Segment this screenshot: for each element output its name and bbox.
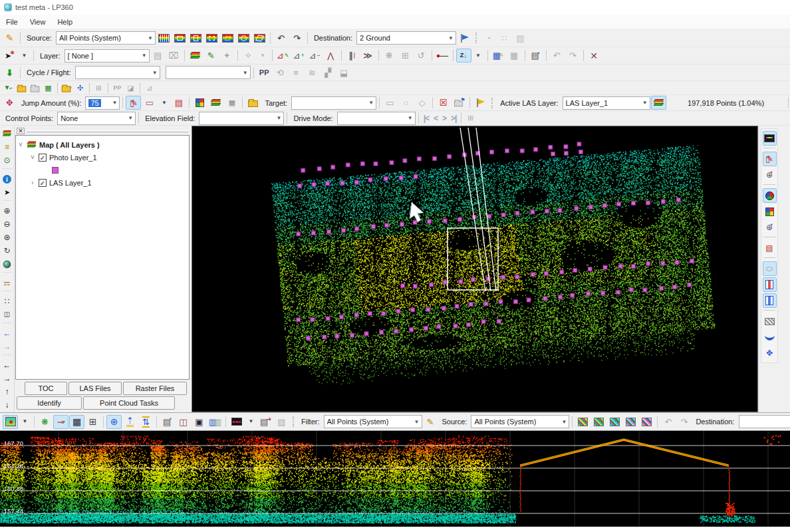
track-line-icon[interactable]: ●—: [435, 49, 450, 63]
copy-icon[interactable]: ▥▥: [207, 415, 223, 429]
colormap-dark-icon[interactable]: [229, 415, 244, 429]
tile-icon[interactable]: ▞: [321, 66, 336, 80]
destination-flag-icon[interactable]: [457, 31, 472, 45]
tree-las-layer-row[interactable]: › ✓ LAS Layer_1: [17, 176, 188, 189]
edit-features-icon[interactable]: ✎: [203, 49, 219, 63]
vertex-insert-icon[interactable]: ⊿+: [291, 49, 307, 63]
colormap-dot-icon[interactable]: [3, 415, 18, 429]
pp-button[interactable]: PP: [257, 66, 272, 80]
color-cube-icon[interactable]: [192, 96, 207, 110]
attribute-edit-icon[interactable]: ▦✎: [491, 49, 506, 63]
tab-toc[interactable]: TOC: [25, 382, 67, 395]
move-cross-icon[interactable]: ✥: [2, 96, 17, 110]
filter-export-icon[interactable]: ▼⌐: [2, 82, 15, 94]
nav-first-icon[interactable]: |<: [422, 114, 431, 123]
classify-3-icon[interactable]: [607, 415, 622, 429]
nav-next-icon[interactable]: >: [440, 114, 448, 123]
undo-icon[interactable]: ↶: [549, 49, 565, 63]
profile-destination-select[interactable]: ▼: [739, 415, 790, 428]
colormap-dark-dropdown-icon[interactable]: ▼: [245, 416, 257, 428]
lines-icon[interactable]: ≡: [289, 66, 304, 80]
chevron-expanded-icon[interactable]: ˅: [29, 154, 36, 161]
pie-icon[interactable]: ◔: [481, 31, 496, 45]
drive-mode-select[interactable]: ▼: [337, 112, 416, 125]
redo-icon[interactable]: ↷: [676, 415, 692, 429]
vertex-add-icon[interactable]: ⊿✎: [275, 49, 291, 63]
chevron-expanded-icon[interactable]: ˅: [17, 141, 24, 148]
parallel-icon[interactable]: ∥|: [344, 49, 360, 63]
rotate-icon[interactable]: ↺: [414, 49, 429, 63]
arrow-left-blue-icon[interactable]: ←: [1, 327, 13, 340]
folder-map-icon[interactable]: [15, 82, 28, 94]
globe-icon[interactable]: [1, 257, 13, 271]
download-icon[interactable]: ⬇: [2, 66, 17, 80]
red-lines-icon[interactable]: ▤: [763, 241, 777, 255]
region-icon[interactable]: ❋: [382, 49, 397, 63]
profile-pencil-icon[interactable]: ▯✎: [763, 152, 777, 166]
refresh-icon[interactable]: ↻: [1, 244, 13, 257]
window-grid-icon[interactable]: ⊞: [85, 415, 100, 429]
select-circle-rainbow-icon[interactable]: [236, 31, 251, 45]
sort-dropdown-icon[interactable]: ▼: [472, 50, 485, 62]
elevation-field-select[interactable]: ▼: [199, 112, 284, 125]
tree-root-row[interactable]: ˅ Map ( All Layers ): [17, 138, 188, 151]
jump-amount-select[interactable]: 75▼: [85, 96, 120, 110]
tab-las-files[interactable]: LAS Files: [68, 382, 122, 395]
vert-box-red-icon[interactable]: [763, 277, 777, 292]
delete-table-icon[interactable]: ☒: [436, 96, 451, 110]
chevron-collapsed-icon[interactable]: ›: [29, 179, 36, 186]
filter-select[interactable]: All Points (System)▼: [324, 415, 422, 428]
source-pencil-icon[interactable]: ✎: [423, 415, 438, 429]
split4-icon[interactable]: ∷: [1, 295, 13, 308]
select-square-rainbow-icon[interactable]: [188, 31, 203, 45]
rgb-ball-icon[interactable]: [763, 188, 777, 203]
circle-disabled-icon[interactable]: ○: [398, 96, 414, 110]
nav-last-icon[interactable]: >|: [449, 114, 458, 123]
layer-select[interactable]: [ None ]▼: [65, 49, 150, 63]
map-viewport[interactable]: [192, 126, 758, 412]
properties-icon[interactable]: ▤▪: [160, 415, 175, 429]
tree-photo-layer-row[interactable]: ˅ ✓ Photo Layer_1: [17, 151, 188, 164]
target-folder-icon[interactable]: [245, 96, 261, 110]
layers-icon[interactable]: [208, 96, 223, 110]
pointer-icon[interactable]: ➤: [1, 186, 13, 199]
snap-dropdown-icon[interactable]: ▼: [257, 50, 269, 62]
active-layers-icon[interactable]: [651, 96, 666, 110]
tab-raster-files[interactable]: Raster Files: [123, 382, 187, 395]
classify-1-icon[interactable]: [575, 415, 591, 429]
classify-2-icon[interactable]: [591, 415, 606, 429]
chevrons-icon[interactable]: ≫: [360, 49, 376, 63]
scatter-icon[interactable]: ∷: [497, 31, 512, 45]
arrow-right-gray-icon[interactable]: →: [1, 340, 13, 353]
select-window-rainbow-icon[interactable]: [172, 31, 188, 45]
select-polygon-rainbow-icon[interactable]: [252, 31, 267, 45]
map-point-cloud-canvas[interactable]: [192, 126, 757, 412]
target-select[interactable]: ▼: [291, 96, 376, 110]
nav-prev-icon[interactable]: <: [432, 114, 440, 123]
select-region-rainbow-icon[interactable]: [220, 31, 235, 45]
redo-icon[interactable]: ↷: [565, 49, 581, 63]
menu-help[interactable]: Help: [51, 16, 78, 28]
destination-select[interactable]: 2 Ground▼: [356, 31, 456, 45]
select-fence-rainbow-icon[interactable]: [156, 31, 172, 45]
profile-pencil-icon[interactable]: ▯✎: [126, 96, 141, 110]
properties-icon[interactable]: ▤▪: [528, 49, 543, 63]
feature-layers-icon[interactable]: [188, 49, 203, 63]
close-icon[interactable]: ✕: [17, 128, 25, 134]
grid-disabled-icon[interactable]: ⊞: [464, 112, 477, 124]
legend-icon[interactable]: ≡: [1, 140, 13, 154]
source-select[interactable]: All Points (System)▼: [56, 31, 156, 45]
shear-disabled-icon[interactable]: ⊿: [143, 82, 156, 94]
vert-box-blue-icon[interactable]: [763, 293, 777, 308]
hatch-icon[interactable]: ▨: [513, 31, 528, 45]
delete-icon[interactable]: ✕: [587, 49, 602, 63]
cycle-select[interactable]: ▼: [75, 66, 160, 79]
arrow-left-black-icon[interactable]: ←: [1, 358, 13, 372]
move-cross-icon[interactable]: ✥: [763, 346, 777, 360]
colormap-dropdown-icon[interactable]: ▼: [19, 416, 31, 428]
arrow-up-icon[interactable]: ↑: [1, 385, 13, 398]
image-small-icon[interactable]: ▦: [224, 96, 239, 110]
split2-icon[interactable]: ◫: [1, 308, 13, 321]
rect-tool-icon[interactable]: ▭: [142, 96, 157, 110]
paste-icon[interactable]: ▧: [274, 415, 289, 429]
